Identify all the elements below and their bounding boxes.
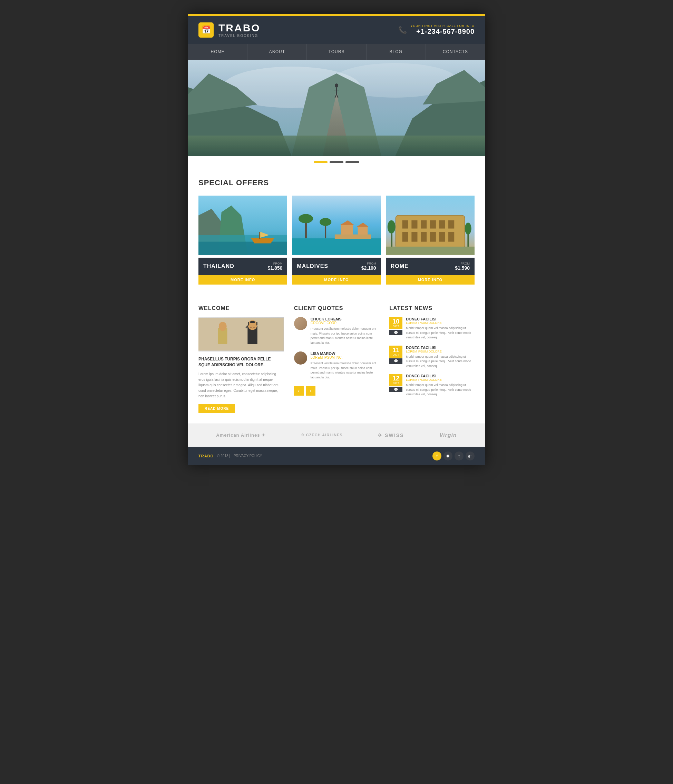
quote-item-1: CHUCK LOREMS GROOVE CORP. Praesent vesti… xyxy=(294,317,379,345)
offer-name-rome: ROME xyxy=(391,263,409,269)
more-info-rome[interactable]: MORE INFO xyxy=(386,275,475,285)
svg-rect-54 xyxy=(386,247,475,255)
news-text-3: Morbi tempor quam vel massa adipiscing u… xyxy=(406,383,475,397)
latest-news-title: LATEST NEWS xyxy=(389,305,475,311)
social-rss[interactable]: ◉ xyxy=(444,451,452,460)
news-comment-icon-3: 💬 xyxy=(389,387,402,392)
nav-home[interactable]: HOME xyxy=(188,44,248,60)
offer-from-rome: FROM xyxy=(455,262,470,265)
news-month-2: OCT xyxy=(389,353,402,356)
quote-name-2: LISA MAROW xyxy=(311,352,379,356)
svg-rect-41 xyxy=(430,220,436,229)
svg-point-26 xyxy=(299,214,313,224)
svg-rect-46 xyxy=(421,232,427,242)
svg-rect-34 xyxy=(335,235,371,239)
svg-rect-44 xyxy=(402,232,408,242)
news-item-3: 12 OCT 💬 DONEC FACILISI LOREM IPSUM DOLO… xyxy=(389,374,475,397)
slider-dot-2[interactable] xyxy=(330,161,343,163)
client-quotes-title: CLIENT QUOTES xyxy=(294,305,379,311)
news-month-3: OCT xyxy=(389,381,402,384)
quote-name-1: CHUCK LOREMS xyxy=(311,317,379,321)
svg-rect-47 xyxy=(430,232,436,242)
more-info-maldives[interactable]: MORE INFO xyxy=(292,275,381,285)
contact-text: YOUR FIRST VISIT? CALL FOR INFO +1-234-5… xyxy=(410,24,475,36)
offer-from-maldives: FROM xyxy=(361,262,376,265)
partners-section: American Airlines ✈ ✈ CZECH AIRLINES ✈ S… xyxy=(188,423,485,446)
read-more-button[interactable]: READ MORE xyxy=(198,404,235,413)
slider-dot-3[interactable] xyxy=(346,161,359,163)
welcome-title: WELCOME xyxy=(198,305,284,311)
nav-tours[interactable]: TOURS xyxy=(307,44,366,60)
news-date-3: 12 OCT xyxy=(389,374,402,386)
slider-dot-1[interactable] xyxy=(314,161,327,163)
social-googleplus[interactable]: g+ xyxy=(466,451,475,460)
quote-navigation: ‹ › xyxy=(294,386,379,396)
svg-rect-39 xyxy=(411,220,417,229)
contact-label: YOUR FIRST VISIT? CALL FOR INFO xyxy=(410,24,475,28)
svg-rect-45 xyxy=(411,232,417,242)
logo-title: TRABO xyxy=(218,22,260,34)
news-title-3: DONEC FACILISI xyxy=(406,374,475,378)
news-title-1: DONEC FACILISI xyxy=(406,317,475,321)
svg-rect-15 xyxy=(188,60,485,156)
nav-contacts[interactable]: CONTACTS xyxy=(426,44,485,60)
news-content-1: DONEC FACILISI LOREM IPSUM DOLORE Morbi … xyxy=(406,317,475,340)
latest-news-col: LATEST NEWS 10 OCT 💬 DONEC FACILISI LORE… xyxy=(389,305,475,413)
client-quotes-col: CLIENT QUOTES CHUCK LOREMS GROOVE CORP. … xyxy=(294,305,379,413)
quote-item-2: LISA MAROW LOREM IPSUM INC. Praesent ves… xyxy=(294,352,379,380)
welcome-col: WELCOME xyxy=(198,305,284,413)
footer-policy[interactable]: PRIVACY POLICY xyxy=(234,454,262,458)
main-nav: HOME ABOUT TOURS BLOG CONTACTS xyxy=(188,44,485,60)
offer-price-area-maldives: FROM $2.100 xyxy=(361,262,376,271)
nav-blog[interactable]: BLOG xyxy=(366,44,426,60)
svg-rect-29 xyxy=(341,225,353,235)
more-info-thailand[interactable]: MORE INFO xyxy=(198,275,287,285)
svg-rect-31 xyxy=(358,227,368,235)
quote-next-button[interactable]: › xyxy=(306,386,315,396)
header: 📅 TRABO TRAVEL BOOKING 📞 YOUR FIRST VISI… xyxy=(188,16,485,44)
offer-name-thailand: THAILAND xyxy=(203,263,234,269)
logo-text-area: TRABO TRAVEL BOOKING xyxy=(218,22,260,37)
social-twitter[interactable]: t xyxy=(455,451,464,460)
offer-label-thailand: THAILAND FROM $1.850 xyxy=(198,258,287,275)
news-text-1: Morbi tempor quam vel massa adipiscing u… xyxy=(406,326,475,340)
nav-about[interactable]: ABOUT xyxy=(248,44,307,60)
phone-icon: 📞 xyxy=(398,26,407,34)
svg-rect-48 xyxy=(439,232,445,242)
svg-rect-43 xyxy=(448,220,454,229)
quote-company-1: GROOVE CORP. xyxy=(311,321,379,325)
svg-rect-40 xyxy=(421,220,427,229)
hero-banner xyxy=(188,60,485,156)
social-facebook[interactable]: f xyxy=(432,451,441,460)
offer-from-thailand: FROM xyxy=(268,262,283,265)
offer-price-area-rome: FROM $1.590 xyxy=(455,262,470,271)
quote-content-2: LISA MAROW LOREM IPSUM INC. Praesent ves… xyxy=(311,352,379,380)
news-subtitle-3: LOREM IPSUM DOLORE xyxy=(406,378,475,381)
svg-rect-33 xyxy=(292,238,381,255)
slider-dots xyxy=(188,156,485,168)
special-offers-title: SPECIAL OFFERS xyxy=(198,178,475,187)
svg-rect-42 xyxy=(439,220,445,229)
news-date-1: 10 OCT xyxy=(389,317,402,329)
three-cols-section: WELCOME xyxy=(188,295,485,423)
welcome-heading: PHASELLUS TURPIS ORGRA PELLE SQUE ADIPIS… xyxy=(198,356,284,368)
svg-rect-55 xyxy=(198,318,284,351)
svg-rect-20 xyxy=(198,242,287,255)
partner-czech-airlines: ✈ CZECH AIRLINES xyxy=(301,433,343,437)
quote-prev-button[interactable]: ‹ xyxy=(294,386,304,396)
welcome-image xyxy=(198,317,284,352)
offers-grid: THAILAND FROM $1.850 MORE INFO xyxy=(198,194,475,285)
svg-rect-38 xyxy=(402,220,408,229)
partner-swiss: ✈ SWISS xyxy=(378,432,404,438)
news-day-2: 11 xyxy=(389,347,402,353)
news-item-2: 11 OCT 💬 DONEC FACILISI LOREM IPSUM DOLO… xyxy=(389,345,475,369)
offer-card-thailand: THAILAND FROM $1.850 MORE INFO xyxy=(198,194,287,285)
website-wrapper: 📅 TRABO TRAVEL BOOKING 📞 YOUR FIRST VISI… xyxy=(188,14,485,465)
quote-avatar-1 xyxy=(294,317,307,330)
news-content-2: DONEC FACILISI LOREM IPSUM DOLORE Morbi … xyxy=(406,345,475,369)
offer-price-rome: $1.590 xyxy=(455,265,470,271)
avatar-inner-2 xyxy=(294,352,307,365)
news-day-1: 10 xyxy=(389,318,402,325)
footer-copy: © 2013 | xyxy=(217,454,230,458)
svg-point-51 xyxy=(387,220,395,233)
